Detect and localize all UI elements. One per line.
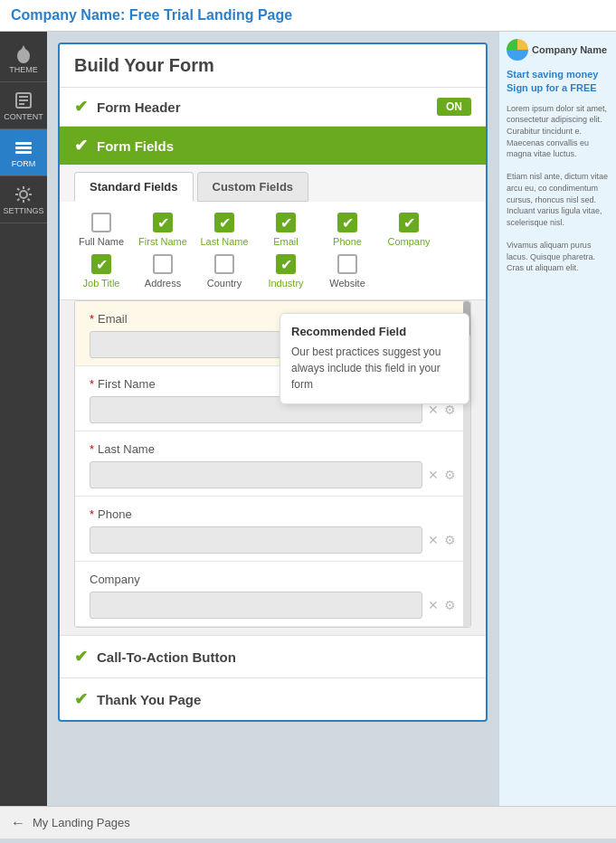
field-website[interactable]: Website <box>320 254 374 289</box>
svg-rect-7 <box>15 147 32 149</box>
form-header-toggle[interactable]: ON <box>437 98 471 116</box>
field-email[interactable]: ✔ Email <box>259 213 313 247</box>
right-panel-promo: Start saving moneySign up for a FREE <box>507 68 609 96</box>
sidebar-label-theme: THEME <box>9 65 38 74</box>
sidebar-label-settings: SETTINGS <box>3 206 43 215</box>
preview-company-label: Company <box>90 573 456 586</box>
gear-icon <box>14 185 33 204</box>
back-arrow-icon: ← <box>11 815 25 831</box>
field-address[interactable]: Address <box>136 254 190 289</box>
edit-icon <box>14 90 33 110</box>
label-website: Website <box>329 278 365 289</box>
phone-required-star: * <box>90 507 94 521</box>
checkbox-full-name[interactable] <box>91 213 111 232</box>
sidebar-label-content: CONTENT <box>4 112 43 121</box>
tooltip-recommended-field: Recommended Field Our best practices sug… <box>280 313 469 404</box>
remove-icon-firstname[interactable]: ✕ <box>428 403 439 417</box>
form-builder-panel: Build Your Form ✔ Form Header ON ✔ Form … <box>58 43 488 722</box>
thankyou-check-icon: ✔ <box>74 689 88 709</box>
preview-company-field: Company ✕ ⚙ <box>75 562 470 627</box>
form-fields-section: ✔ Form Fields Standard Fields Custom Fie… <box>60 127 486 300</box>
label-phone: Phone <box>333 236 362 247</box>
cta-check-icon: ✔ <box>74 647 88 667</box>
checkbox-job-title[interactable]: ✔ <box>91 254 111 274</box>
field-first-name[interactable]: ✔ First Name <box>136 213 190 247</box>
remove-icon-phone[interactable]: ✕ <box>428 533 439 547</box>
page-title: Company Name: Free Trial Landing Page <box>11 7 292 24</box>
label-email: Email <box>273 236 299 247</box>
remove-icon-lastname[interactable]: ✕ <box>428 468 439 482</box>
preview-lastname-field: *Last Name ✕ ⚙ <box>75 431 470 497</box>
preview-phone-input[interactable] <box>90 526 422 554</box>
checkbox-website[interactable] <box>337 254 357 274</box>
tab-standard[interactable]: Standard Fields <box>74 172 194 202</box>
checkbox-last-name[interactable]: ✔ <box>214 213 234 232</box>
label-first-name: First Name <box>138 236 187 247</box>
form-header-label: Form Header <box>97 99 181 115</box>
thank-you-section[interactable]: ✔ Thank You Page <box>60 677 486 720</box>
preview-company-input[interactable] <box>90 592 422 619</box>
field-country[interactable]: Country <box>197 254 251 289</box>
form-preview-wrapper: *Email ? *First Name ✕ ⚙ <box>60 300 486 635</box>
svg-rect-6 <box>15 142 32 145</box>
email-required-star: * <box>90 312 94 326</box>
sidebar-item-form[interactable]: FORM <box>0 129 47 176</box>
field-phone[interactable]: ✔ Phone <box>320 213 374 247</box>
checkbox-first-name[interactable]: ✔ <box>153 213 173 232</box>
right-panel-logo: Company Name <box>507 39 609 61</box>
preview-lastname-label: *Last Name <box>90 442 456 456</box>
form-fields-label: Form Fields <box>97 138 174 154</box>
cta-label: Call-To-Action Button <box>97 649 236 665</box>
drop-icon <box>14 43 33 63</box>
form-header-check-icon: ✔ <box>74 97 88 117</box>
content-area: Build Your Form ✔ Form Header ON ✔ Form … <box>47 32 498 806</box>
checkbox-country[interactable] <box>214 254 234 274</box>
checkbox-industry[interactable]: ✔ <box>276 254 296 274</box>
tooltip-text: Our best practices suggest you always in… <box>291 344 458 393</box>
right-panel: Company Name Start saving moneySign up f… <box>498 32 616 806</box>
top-bar: Company Name: Free Trial Landing Page <box>0 0 616 32</box>
preview-phone-label: *Phone <box>90 507 456 521</box>
field-last-name[interactable]: ✔ Last Name <box>197 213 251 247</box>
cta-button-section[interactable]: ✔ Call-To-Action Button <box>60 635 486 677</box>
form-builder-title: Build Your Form <box>74 55 471 76</box>
label-industry: Industry <box>268 278 303 289</box>
form-builder-header: Build Your Form <box>60 44 486 88</box>
checkbox-email[interactable]: ✔ <box>276 213 296 232</box>
checkbox-company[interactable]: ✔ <box>399 213 419 232</box>
form-fields-header[interactable]: ✔ Form Fields <box>60 127 486 165</box>
field-full-name[interactable]: Full Name <box>74 213 128 247</box>
right-panel-lorem: Lorem ipsum dolor sit amet, consectetur … <box>507 103 609 274</box>
field-job-title[interactable]: ✔ Job Title <box>74 254 128 289</box>
preview-phone-field: *Phone ✕ ⚙ <box>75 497 470 562</box>
label-job-title: Job Title <box>83 278 120 289</box>
thankyou-label: Thank You Page <box>97 692 201 707</box>
sidebar-item-settings[interactable]: SETTINGS <box>0 176 47 223</box>
list-icon <box>14 137 33 157</box>
remove-icon-company[interactable]: ✕ <box>428 598 439 612</box>
settings-icon-company[interactable]: ⚙ <box>444 598 456 612</box>
checkbox-phone[interactable]: ✔ <box>337 213 357 232</box>
label-country: Country <box>207 278 242 289</box>
firstname-required-star: * <box>90 377 94 391</box>
preview-lastname-input[interactable] <box>90 461 422 488</box>
lastname-required-star: * <box>90 442 94 456</box>
label-full-name: Full Name <box>79 236 124 247</box>
sidebar-item-content[interactable]: CONTENT <box>0 82 47 129</box>
bottom-bar[interactable]: ← My Landing Pages <box>0 806 616 838</box>
form-header-section[interactable]: ✔ Form Header ON <box>60 88 486 127</box>
settings-icon-lastname[interactable]: ⚙ <box>444 468 456 482</box>
sidebar-label-form: FORM <box>12 159 36 168</box>
settings-icon-phone[interactable]: ⚙ <box>444 533 456 547</box>
checkbox-address[interactable] <box>153 254 173 274</box>
sidebar: THEME CONTENT FORM <box>0 32 47 806</box>
company-logo-text: Company Name <box>532 44 607 55</box>
sidebar-item-theme[interactable]: THEME <box>0 35 47 82</box>
field-industry[interactable]: ✔ Industry <box>259 254 313 289</box>
main-layout: THEME CONTENT FORM <box>0 32 616 806</box>
standard-fields-grid: Full Name ✔ First Name ✔ Last Name ✔ <box>60 202 486 299</box>
tab-custom[interactable]: Custom Fields <box>197 172 309 202</box>
field-company[interactable]: ✔ Company <box>382 213 436 247</box>
form-fields-check-icon: ✔ <box>74 136 88 156</box>
settings-icon-firstname[interactable]: ⚙ <box>444 403 456 417</box>
